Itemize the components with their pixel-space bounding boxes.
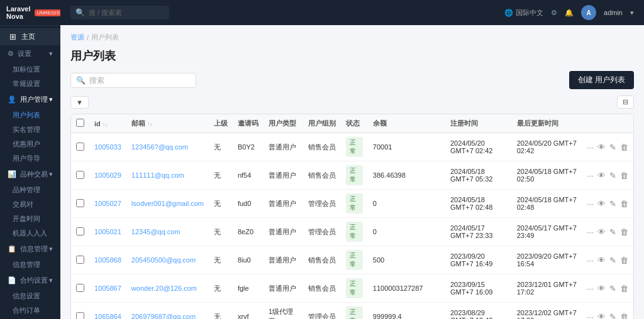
row-email-link[interactable]: 12345@qq.com xyxy=(131,228,180,235)
delete-icon[interactable]: 🗑 xyxy=(620,199,628,208)
more-icon[interactable]: ··· xyxy=(587,199,594,208)
more-icon[interactable]: ··· xyxy=(587,256,594,265)
row-checkbox-cell[interactable] xyxy=(71,246,89,274)
delete-icon[interactable]: 🗑 xyxy=(620,171,628,180)
delete-icon[interactable]: 🗑 xyxy=(620,312,628,320)
row-email-link[interactable]: 111111@qq.com xyxy=(131,171,184,179)
sidebar-group-contract-header[interactable]: 📄 合约设置 ▾ xyxy=(0,272,60,289)
view-icon[interactable]: 👁 xyxy=(597,312,606,320)
edit-icon[interactable]: ✎ xyxy=(609,171,616,180)
edit-icon[interactable]: ✎ xyxy=(609,312,616,320)
sidebar-group-info-header[interactable]: 📋 信息管理 ▾ xyxy=(0,241,60,257)
more-icon[interactable]: ··· xyxy=(587,143,594,152)
sidebar-group-user-header[interactable]: 👤 用户管理 ▾ xyxy=(0,91,60,108)
filter-options-button[interactable]: ⊟ xyxy=(617,95,634,109)
row-checkbox[interactable] xyxy=(76,227,84,235)
sidebar-item-contract-order[interactable]: 合约订单 xyxy=(5,303,60,318)
sidebar-item-general-settings[interactable]: 常规设置 xyxy=(5,77,60,91)
sidebar-item-robot[interactable]: 机器人入入 xyxy=(5,226,60,241)
col-update-time[interactable]: 最后更新时间 xyxy=(512,114,582,133)
row-id-link[interactable]: 1005867 xyxy=(94,284,121,292)
view-icon[interactable]: 👁 xyxy=(597,143,606,152)
sidebar-item-info-mgmt[interactable]: 信息管理 xyxy=(5,257,60,272)
global-search-bar[interactable]: 🔍 xyxy=(70,6,169,19)
row-id-link[interactable]: 1005033 xyxy=(94,143,121,151)
view-icon[interactable]: 👁 xyxy=(597,256,606,265)
row-checkbox-cell[interactable] xyxy=(71,161,89,190)
col-status[interactable]: 状态 xyxy=(341,114,368,133)
row-id-link[interactable]: 1005868 xyxy=(94,256,121,264)
col-parent[interactable]: 上级 xyxy=(209,114,233,133)
table-search-wrap[interactable]: 🔍 xyxy=(70,73,196,88)
sidebar-item-user-list[interactable]: 用户列表 xyxy=(5,108,60,122)
edit-icon[interactable]: ✎ xyxy=(609,227,616,237)
row-checkbox-cell[interactable] xyxy=(71,303,89,320)
bell-icon[interactable]: 🔔 xyxy=(565,9,574,17)
row-checkbox-cell[interactable] xyxy=(71,133,89,161)
row-email-link[interactable]: wonder.20@126.com xyxy=(131,284,197,292)
select-all-checkbox[interactable] xyxy=(76,119,84,127)
row-checkbox[interactable] xyxy=(76,199,84,207)
delete-icon[interactable]: 🗑 xyxy=(620,256,628,265)
delete-icon[interactable]: 🗑 xyxy=(620,143,628,152)
sidebar-item-variety-mgmt[interactable]: 品种管理 xyxy=(5,183,60,197)
sidebar-item-home[interactable]: ⊞ 主页 xyxy=(0,28,60,45)
row-email-link[interactable]: 206979687@qq.com xyxy=(131,313,196,319)
col-invite[interactable]: 邀请码 xyxy=(233,114,264,133)
chevron-down-icon[interactable]: ▾ xyxy=(630,9,634,17)
row-checkbox-cell[interactable] xyxy=(71,190,89,218)
row-email-link[interactable]: lsodver001@gmail.com xyxy=(131,200,204,207)
create-button[interactable]: 创建 用户列表 xyxy=(569,71,634,89)
edit-icon[interactable]: ✎ xyxy=(609,284,616,293)
more-icon[interactable]: ··· xyxy=(587,312,594,320)
col-user-type[interactable]: 用户类型 xyxy=(264,114,303,133)
row-id-link[interactable]: 1005021 xyxy=(94,228,121,235)
row-id-link[interactable]: 1065864 xyxy=(94,313,121,319)
row-checkbox[interactable] xyxy=(76,256,84,264)
view-icon[interactable]: 👁 xyxy=(597,199,606,208)
row-checkbox[interactable] xyxy=(76,284,84,292)
col-reg-time[interactable]: 注册时间 xyxy=(445,114,512,133)
col-id[interactable]: id ↑↓ xyxy=(89,114,126,133)
sidebar-item-real-name[interactable]: 实名管理 xyxy=(5,122,60,137)
row-checkbox[interactable] xyxy=(76,143,84,151)
row-checkbox[interactable] xyxy=(76,171,84,179)
view-icon[interactable]: 👁 xyxy=(597,171,606,180)
gear-icon[interactable]: ⚙ xyxy=(551,9,557,17)
breadcrumb-home[interactable]: 资源 xyxy=(70,33,84,42)
sidebar-item-label-position[interactable]: 加标位置 xyxy=(5,62,60,77)
row-id-link[interactable]: 1005027 xyxy=(94,200,121,207)
filter-toggle-button[interactable]: ▼ xyxy=(70,96,89,109)
more-icon[interactable]: ··· xyxy=(587,284,594,293)
language-button[interactable]: 🌐 国际中文 xyxy=(504,8,543,18)
edit-icon[interactable]: ✎ xyxy=(609,199,616,208)
edit-icon[interactable]: ✎ xyxy=(609,143,616,152)
sidebar-item-opening-time[interactable]: 开盘时间 xyxy=(5,212,60,226)
row-checkbox-cell[interactable] xyxy=(71,218,89,246)
sidebar-item-trading-pair[interactable]: 交易对 xyxy=(5,197,60,212)
sidebar-item-user-import[interactable]: 用户导导 xyxy=(5,151,60,166)
sidebar-group-settings-header[interactable]: ⚙ 设置 ▾ xyxy=(0,45,60,62)
row-email-link[interactable]: 205450500@qq.com xyxy=(131,256,196,264)
more-icon[interactable]: ··· xyxy=(587,171,594,180)
sidebar-item-info-setting[interactable]: 信息设置 xyxy=(5,289,60,303)
view-icon[interactable]: 👁 xyxy=(597,284,606,293)
edit-icon[interactable]: ✎ xyxy=(609,256,616,265)
view-icon[interactable]: 👁 xyxy=(597,227,606,237)
delete-icon[interactable]: 🗑 xyxy=(620,227,628,237)
row-id-link[interactable]: 1005029 xyxy=(94,171,121,179)
global-search-input[interactable] xyxy=(89,9,164,16)
col-email[interactable]: 邮箱 ↑↓ xyxy=(126,114,209,133)
sidebar-group-assets-header[interactable]: 📊 品种交易 ▾ xyxy=(0,166,60,183)
more-icon[interactable]: ··· xyxy=(587,227,594,237)
row-checkbox[interactable] xyxy=(76,312,84,320)
row-checkbox-cell[interactable] xyxy=(71,274,89,303)
table-search-input[interactable] xyxy=(89,76,191,85)
sidebar-item-promo-user[interactable]: 优惠用户 xyxy=(5,137,60,151)
delete-icon[interactable]: 🗑 xyxy=(620,284,628,293)
col-balance[interactable]: 余额 xyxy=(368,114,445,133)
admin-label[interactable]: admin xyxy=(604,9,623,16)
row-email-link[interactable]: 123456?@qq.com xyxy=(131,143,188,151)
table-header-checkbox[interactable] xyxy=(71,114,89,133)
col-user-group[interactable]: 用户组别 xyxy=(303,114,341,133)
